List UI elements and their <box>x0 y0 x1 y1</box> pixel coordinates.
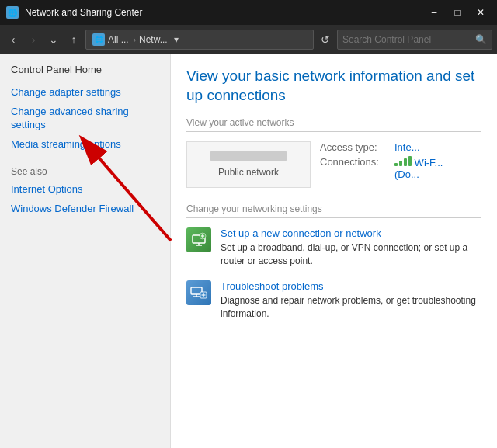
search-icon: 🔍 <box>475 34 487 45</box>
access-type-value: Inte... <box>394 141 420 153</box>
new-connection-text: Set up a new connection or network Set u… <box>221 227 481 268</box>
active-networks-label: View your active networks <box>186 117 481 132</box>
up-button[interactable]: ↑ <box>65 31 82 48</box>
sidebar-item-advanced[interactable]: Change advanced sharing settings <box>11 106 159 132</box>
sidebar-item-streaming[interactable]: Media streaming options <box>11 138 159 151</box>
network-blur-bar <box>210 151 287 161</box>
sidebar-item-adapter[interactable]: Change adapter settings <box>11 86 159 99</box>
maximize-button[interactable]: □ <box>447 5 467 19</box>
address-current: Netw... <box>139 34 168 45</box>
connections-value: Wi-F...(Do... <box>394 156 443 180</box>
new-connection-icon-box <box>186 227 211 252</box>
settings-item-troubleshoot: Troubleshoot problems Diagnose and repai… <box>186 280 481 321</box>
address-field[interactable]: 🌐 All ... › Netw... ▾ <box>85 30 314 50</box>
right-panel: View your basic network information and … <box>171 54 497 448</box>
close-button[interactable]: ✕ <box>471 5 491 19</box>
troubleshoot-text: Troubleshoot problems Diagnose and repai… <box>221 280 481 321</box>
search-box[interactable]: 🔍 <box>337 30 492 50</box>
back-button[interactable]: ‹ <box>5 31 22 48</box>
settings-section: Set up a new connection or network Set u… <box>186 227 481 320</box>
main-content: Control Panel Home Change adapter settin… <box>0 54 497 448</box>
sidebar-item-firewall[interactable]: Windows Defender Firewall <box>11 203 159 216</box>
new-connection-desc: Set up a broadband, dial-up, or VPN conn… <box>221 242 467 266</box>
changing-settings-label: Change your networking settings <box>186 203 481 218</box>
sidebar-item-home[interactable]: Control Panel Home <box>11 64 102 75</box>
forward-button[interactable]: › <box>25 31 42 48</box>
troubleshoot-desc: Diagnose and repair network problems, or… <box>221 295 476 319</box>
page-heading: View your basic network information and … <box>186 67 481 105</box>
address-all: All ... <box>108 34 129 45</box>
address-sep1: › <box>134 36 136 44</box>
troubleshoot-icon <box>186 280 211 305</box>
connections-label: Connections: <box>320 156 390 168</box>
wifi-icon <box>394 156 412 166</box>
access-type-row: Access type: Inte... <box>320 141 481 153</box>
new-connection-link[interactable]: Set up a new connection or network <box>221 227 481 239</box>
refresh-button[interactable]: ↺ <box>317 31 334 48</box>
network-details: Access type: Inte... Connections: Wi-F..… <box>320 141 481 183</box>
title-bar: 🌐 Network and Sharing Center – □ ✕ <box>0 0 497 25</box>
settings-item-new-connection: Set up a new connection or network Set u… <box>186 227 481 268</box>
sidebar: Control Panel Home Change adapter settin… <box>0 54 171 448</box>
window-title: Network and Sharing Center <box>25 7 424 18</box>
see-also-label: See also <box>11 166 159 177</box>
up-menu-button[interactable]: ⌄ <box>45 31 62 48</box>
sidebar-item-internet-options[interactable]: Internet Options <box>11 183 159 196</box>
address-dropdown-button[interactable]: ▾ <box>171 34 182 45</box>
active-networks-row: Public network Access type: Inte... Conn… <box>186 141 481 188</box>
connections-row: Connections: Wi-F...(Do... <box>320 156 481 180</box>
minimize-button[interactable]: – <box>424 5 444 19</box>
network-card: Public network <box>186 141 311 188</box>
network-type: Public network <box>218 167 279 178</box>
search-input[interactable] <box>342 34 472 45</box>
app-icon: 🌐 <box>6 6 19 19</box>
troubleshoot-link[interactable]: Troubleshoot problems <box>221 280 481 292</box>
access-type-label: Access type: <box>320 141 390 153</box>
address-icon: 🌐 <box>92 33 105 46</box>
window-controls: – □ ✕ <box>424 5 491 19</box>
new-connection-icon <box>186 227 211 252</box>
troubleshoot-icon-box <box>186 280 211 305</box>
address-bar: ‹ › ⌄ ↑ 🌐 All ... › Netw... ▾ ↺ 🔍 <box>0 25 497 54</box>
